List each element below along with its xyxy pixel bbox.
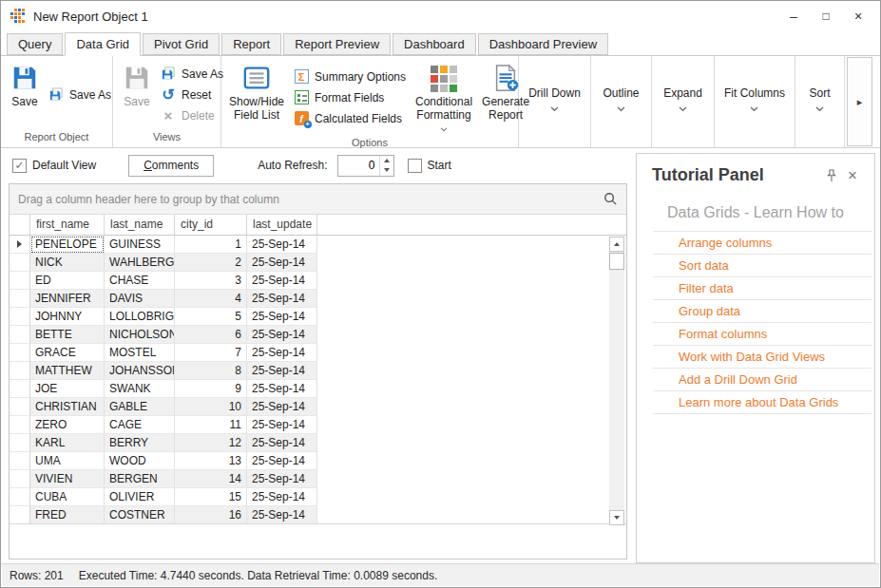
grid-cell[interactable]: 2 xyxy=(175,254,247,272)
grid-cell[interactable]: MATTHEW xyxy=(30,362,105,380)
grid-cell[interactable]: 25-Sep-14 xyxy=(247,254,317,272)
table-row[interactable]: BETTENICHOLSON625-Sep-14 xyxy=(10,326,317,344)
grid-cell[interactable]: OLIVIER xyxy=(105,488,175,506)
delete-view-button[interactable]: × Delete xyxy=(159,107,225,124)
grid-cell[interactable]: BERGEN xyxy=(105,470,175,488)
grid-cell[interactable]: CUBA xyxy=(30,488,105,506)
show-hide-field-list-button[interactable]: Show/Hide Field List xyxy=(227,60,286,135)
tab-dashboard-preview[interactable]: Dashboard Preview xyxy=(478,33,608,55)
ribbon-overflow-button[interactable]: ▸ xyxy=(847,57,872,146)
scroll-up-button[interactable] xyxy=(609,237,624,252)
maximize-button[interactable]: □ xyxy=(810,4,842,28)
tutorial-link-add-a-drill-down-grid[interactable]: Add a Drill Down Grid xyxy=(653,368,871,390)
grid-cell[interactable]: MOSTEL xyxy=(105,344,175,362)
tutorial-close-icon[interactable]: × xyxy=(842,166,863,185)
tutorial-link-format-columns[interactable]: Format columns xyxy=(653,322,871,345)
tutorial-link-work-with-data-grid-views[interactable]: Work with Data Grid Views xyxy=(653,345,871,368)
ribbon-drill-down-button[interactable]: Drill Down xyxy=(519,56,591,147)
grid-cell[interactable]: GABLE xyxy=(105,398,175,416)
table-row[interactable]: UMAWOOD1325-Sep-14 xyxy=(10,452,317,470)
tutorial-link-group-data[interactable]: Group data xyxy=(653,299,871,322)
tutorial-link-sort-data[interactable]: Sort data xyxy=(653,254,871,276)
auto-refresh-input[interactable] xyxy=(338,156,379,176)
grid-cell[interactable]: 11 xyxy=(175,416,247,434)
grid-cell[interactable]: JOHNNY xyxy=(30,308,105,326)
table-row[interactable]: VIVIENBERGEN1425-Sep-14 xyxy=(10,470,317,488)
save-view-button[interactable]: Save xyxy=(119,60,155,129)
save-as-view-button[interactable]: Save As xyxy=(159,66,225,83)
table-row[interactable]: KARLBERRY1225-Sep-14 xyxy=(10,434,317,452)
tutorial-link-learn-more-about-data-grids[interactable]: Learn more about Data Grids xyxy=(653,390,871,414)
default-view-checkbox[interactable]: ✓ xyxy=(12,159,27,173)
grid-cell[interactable]: 25-Sep-14 xyxy=(247,416,317,434)
conditional-formatting-button[interactable]: Conditional Formatting xyxy=(412,60,476,135)
grid-cell[interactable]: 15 xyxy=(175,488,247,506)
grid-cell[interactable]: 4 xyxy=(175,290,247,308)
column-header-city_id[interactable]: city_id xyxy=(175,215,247,235)
pin-icon[interactable] xyxy=(821,169,842,182)
grid-cell[interactable]: 8 xyxy=(175,362,247,380)
column-header-first_name[interactable]: first_name xyxy=(30,215,105,235)
grid-cell[interactable]: 25-Sep-14 xyxy=(247,272,317,290)
summary-options-button[interactable]: Σ Summary Options xyxy=(292,68,406,85)
minimize-button[interactable]: – xyxy=(777,4,810,28)
grid-cell[interactable]: KARL xyxy=(30,434,105,452)
grid-cell[interactable]: 25-Sep-14 xyxy=(247,326,317,344)
grid-cell[interactable]: LOLLOBRIG... xyxy=(105,308,175,326)
table-row[interactable]: JOESWANK925-Sep-14 xyxy=(10,380,317,398)
close-button[interactable]: × xyxy=(842,4,874,28)
grid-cell[interactable]: 25-Sep-14 xyxy=(247,362,317,380)
comments-button[interactable]: Comments xyxy=(128,155,214,177)
grid-cell[interactable]: 16 xyxy=(175,506,247,524)
grid-cell[interactable]: 25-Sep-14 xyxy=(247,344,317,362)
grid-cell[interactable]: 1 xyxy=(175,236,247,254)
format-fields-button[interactable]: Format Fields xyxy=(292,89,406,106)
grid-cell[interactable]: NICHOLSON xyxy=(105,326,175,344)
table-row[interactable]: CHRISTIANGABLE1025-Sep-14 xyxy=(10,398,317,416)
grid-cell[interactable]: 25-Sep-14 xyxy=(247,452,317,470)
spinner-up-button[interactable] xyxy=(380,156,393,166)
scrollbar-thumb[interactable] xyxy=(609,253,624,270)
ribbon-fit-columns-button[interactable]: Fit Columns xyxy=(715,56,795,147)
grid-cell[interactable]: 14 xyxy=(175,470,247,488)
grid-cell[interactable]: VIVIEN xyxy=(30,470,105,488)
grid-cell[interactable]: ZERO xyxy=(30,416,105,434)
grid-cell[interactable]: 25-Sep-14 xyxy=(247,398,317,416)
grid-cell[interactable]: 25-Sep-14 xyxy=(247,308,317,326)
column-header-last_update[interactable]: last_update xyxy=(247,215,317,235)
grid-cell[interactable]: NICK xyxy=(30,254,105,272)
grid-cell[interactable]: PENELOPE xyxy=(30,236,105,254)
tab-pivot-grid[interactable]: Pivot Grid xyxy=(143,33,220,55)
grid-cell[interactable]: FRED xyxy=(30,506,105,524)
grid-cell[interactable]: JENNIFER xyxy=(30,290,105,308)
grid-cell[interactable]: WAHLBERG xyxy=(105,254,175,272)
grid-cell[interactable]: 25-Sep-14 xyxy=(247,236,317,254)
start-checkbox[interactable] xyxy=(408,159,422,173)
table-row[interactable]: CUBAOLIVIER1525-Sep-14 xyxy=(10,488,317,506)
ribbon-expand-button[interactable]: Expand xyxy=(652,56,715,147)
grid-cell[interactable]: 12 xyxy=(175,434,247,452)
grid-cell[interactable]: DAVIS xyxy=(105,290,175,308)
grid-cell[interactable]: 6 xyxy=(175,326,247,344)
grid-cell[interactable]: 25-Sep-14 xyxy=(247,380,317,398)
grid-cell[interactable]: 25-Sep-14 xyxy=(247,434,317,452)
column-header-last_name[interactable]: last_name xyxy=(105,215,175,235)
grid-cell[interactable]: 9 xyxy=(175,380,247,398)
grid-cell[interactable]: SWANK xyxy=(105,380,175,398)
grid-cell[interactable]: 13 xyxy=(175,452,247,470)
ribbon-outline-button[interactable]: Outline xyxy=(591,56,652,147)
table-row[interactable]: NICKWAHLBERG225-Sep-14 xyxy=(10,254,317,272)
grid-cell[interactable]: UMA xyxy=(30,452,105,470)
grid-cell[interactable]: 5 xyxy=(175,308,247,326)
table-row[interactable]: JENNIFERDAVIS425-Sep-14 xyxy=(10,290,317,308)
grid-cell[interactable]: GUINESS xyxy=(105,236,175,254)
grid-cell[interactable]: CHRISTIAN xyxy=(30,398,105,416)
table-row[interactable]: ZEROCAGE1125-Sep-14 xyxy=(10,416,317,434)
reset-view-button[interactable]: ↺ Reset xyxy=(159,86,225,104)
grid-cell[interactable]: WOOD xyxy=(105,452,175,470)
grid-cell[interactable]: GRACE xyxy=(30,344,105,362)
grid-cell[interactable]: JOHANSSON xyxy=(105,362,175,380)
table-row[interactable]: PENELOPEGUINESS125-Sep-14 xyxy=(10,236,317,254)
tab-report[interactable]: Report xyxy=(221,33,281,55)
vertical-scrollbar[interactable] xyxy=(609,237,624,525)
